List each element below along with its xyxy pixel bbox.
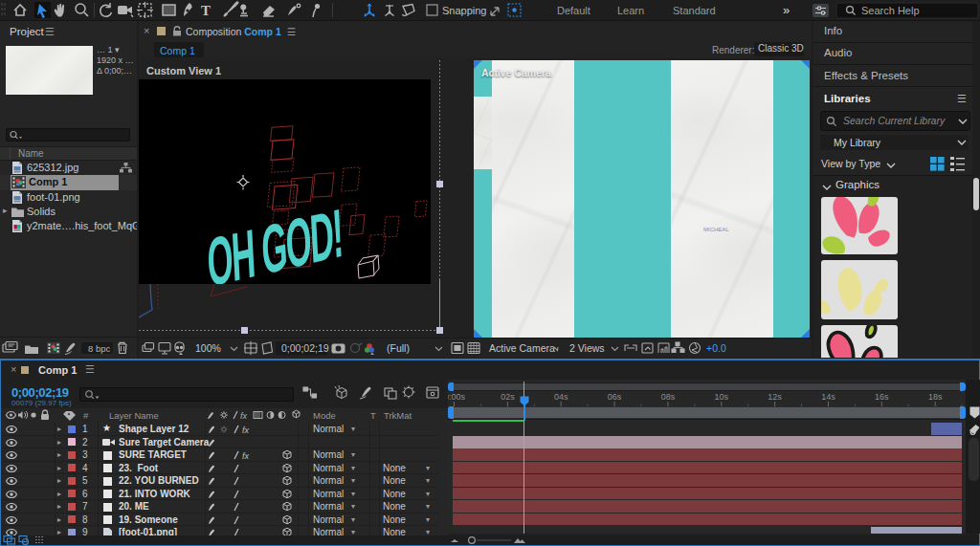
svg-text:OH GOD!: OH GOD! bbox=[206, 194, 345, 284]
svg-text:Layer Name: Layer Name bbox=[109, 410, 159, 421]
svg-text:Search Help: Search Help bbox=[861, 5, 920, 16]
svg-text:02s: 02s bbox=[501, 392, 515, 402]
svg-text:TrkMat: TrkMat bbox=[384, 410, 412, 421]
svg-text:04s: 04s bbox=[554, 392, 568, 402]
svg-text:fx: fx bbox=[242, 451, 250, 461]
svg-text:16s: 16s bbox=[875, 392, 889, 402]
svg-text:18s: 18s bbox=[928, 392, 943, 402]
svg-text:2 Views: 2 Views bbox=[569, 342, 605, 354]
svg-text:(Full): (Full) bbox=[387, 342, 410, 354]
svg-text:06s: 06s bbox=[608, 392, 622, 402]
svg-text:Standard: Standard bbox=[673, 5, 716, 16]
svg-text:»: » bbox=[783, 3, 790, 17]
svg-text:100%: 100% bbox=[195, 342, 221, 354]
svg-text:10s: 10s bbox=[715, 392, 729, 402]
svg-text:Mode: Mode bbox=[313, 410, 336, 421]
svg-text:8 bpc: 8 bpc bbox=[88, 343, 110, 354]
svg-text:12s: 12s bbox=[768, 392, 782, 402]
svg-text:T: T bbox=[201, 3, 211, 18]
svg-text:0;00;02;19: 0;00;02;19 bbox=[281, 342, 329, 354]
svg-text:Active Camera: Active Camera bbox=[489, 342, 555, 354]
svg-text:#: # bbox=[83, 410, 89, 421]
svg-text:Default: Default bbox=[557, 5, 590, 16]
svg-text:Learn: Learn bbox=[617, 5, 644, 16]
svg-text:fx: fx bbox=[242, 426, 250, 435]
svg-text:0:00s: 0:00s bbox=[448, 392, 466, 402]
svg-text:+0.0: +0.0 bbox=[706, 342, 726, 354]
svg-text:14s: 14s bbox=[821, 392, 835, 402]
svg-text:fx: fx bbox=[240, 411, 248, 421]
svg-text:08s: 08s bbox=[661, 392, 676, 402]
svg-text:Snapping: Snapping bbox=[442, 5, 487, 16]
svg-text:T: T bbox=[370, 410, 376, 421]
